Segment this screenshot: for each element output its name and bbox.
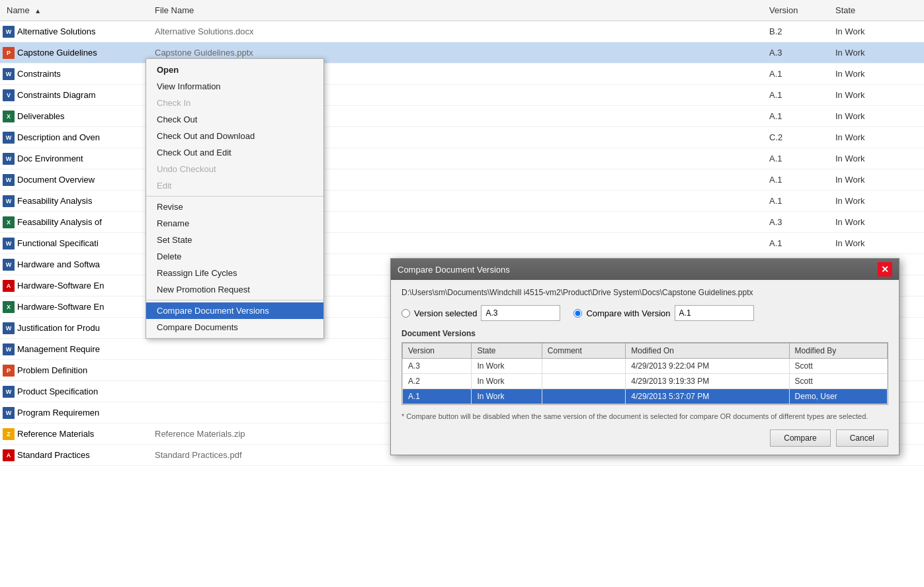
menu-item-compare-documents[interactable]: Compare Documents [146, 319, 323, 336]
row-version: A.1 [769, 154, 835, 163]
menu-item-compare-document-versions[interactable]: Compare Document Versions [146, 302, 323, 319]
file-icon-excel: X [3, 216, 15, 228]
row-version: A.1 [769, 111, 835, 121]
table-row[interactable]: W Functional Specificati A.1 In Work [0, 233, 924, 254]
compare-with-input[interactable] [675, 305, 754, 321]
table-row[interactable]: W Constraints A.1 In Work [0, 64, 924, 85]
table-header: Name ▲ File Name Version State [0, 0, 924, 21]
file-icon-word: W [3, 322, 15, 334]
dialog-buttons: Compare Cancel [401, 429, 888, 447]
row-name: W Functional Specificati [3, 238, 155, 249]
file-name: Hardware-Software En [17, 281, 105, 291]
table-row[interactable]: V Constraints Diagram A.1 In Work [0, 85, 924, 106]
dialog-close-button[interactable]: ✕ [878, 262, 892, 277]
version-cell: Demo, User [789, 389, 887, 404]
version-cell: A.3 [403, 359, 472, 374]
row-state: In Work [835, 238, 921, 248]
col-header-name[interactable]: Name ▲ [3, 5, 155, 15]
file-name: Document Overview [17, 175, 95, 185]
version-cell: In Work [472, 374, 542, 389]
file-name: Reference Materials [17, 429, 94, 439]
menu-item-revise[interactable]: Revise [146, 199, 323, 215]
col-header-filename[interactable]: File Name [155, 5, 769, 15]
table-row[interactable]: W Alternative Solutions Alternative Solu… [0, 21, 924, 42]
row-name: W Product Specification [3, 386, 155, 398]
version-selected-input[interactable] [481, 305, 560, 321]
row-name: W Constraints [3, 68, 155, 80]
menu-item-set-state[interactable]: Set State [146, 232, 323, 248]
menu-item-view-information[interactable]: View Information [146, 78, 323, 95]
row-name: X Deliverables [3, 111, 155, 122]
file-icon-pdf: A [3, 449, 15, 461]
versions-col-modified-on: Modified On [626, 343, 789, 359]
file-icon-ppt: P [3, 365, 15, 377]
row-version: A.1 [769, 175, 835, 185]
table-row[interactable]: W Description and Oven Description and O… [0, 127, 924, 148]
row-name: W Alternative Solutions [3, 26, 155, 38]
version-row[interactable]: A.1In Work4/29/2013 5:37:07 PMDemo, User [403, 389, 888, 404]
file-name: Feasability Analysis of [17, 217, 102, 227]
version-row[interactable]: A.2In Work4/29/2013 9:19:33 PMScott [403, 374, 888, 389]
table-row[interactable]: W Feasability Analysis A.1 In Work [0, 191, 924, 212]
row-version: A.1 [769, 196, 835, 206]
menu-item-reassign-life-cycles[interactable]: Reassign Life Cycles [146, 265, 323, 281]
version-cell: 4/29/2013 9:19:33 PM [626, 374, 789, 389]
file-icon-ppt: P [3, 47, 15, 59]
versions-table: VersionStateCommentModified OnModified B… [402, 343, 888, 404]
menu-item-open[interactable]: Open [146, 62, 323, 78]
row-state: In Work [835, 90, 921, 100]
file-icon-word: W [3, 259, 15, 271]
compare-with-label[interactable]: Compare with Version [586, 308, 670, 318]
menu-separator [146, 196, 323, 197]
file-name: Justification for Produ [17, 323, 100, 333]
dialog-note: * Compare button will be disabled when t… [401, 412, 888, 422]
menu-item-rename[interactable]: Rename [146, 215, 323, 232]
file-name: Constraints Diagram [17, 90, 96, 100]
compare-dialog[interactable]: Compare Document Versions ✕ D:\Users\sm\… [390, 258, 900, 455]
table-row[interactable]: W Document Overview A.1 In Work [0, 169, 924, 191]
version-cell: Scott [789, 359, 887, 374]
row-filename: Capstone Guidelines.pptx [155, 48, 769, 58]
version-cell: In Work [472, 389, 542, 404]
file-icon-word: W [3, 407, 15, 419]
file-icon-zip: Z [3, 428, 15, 440]
table-row[interactable]: X Feasability Analysis of Feasability An… [0, 212, 924, 233]
dialog-footer: * Compare button will be disabled when t… [401, 412, 888, 447]
row-name: V Constraints Diagram [3, 89, 155, 101]
row-state: In Work [835, 69, 921, 79]
version-cell [542, 359, 625, 374]
row-version: A.1 [769, 69, 835, 79]
menu-item-check-out[interactable]: Check Out [146, 111, 323, 128]
row-name: W Management Require [3, 343, 155, 355]
row-state: In Work [835, 132, 921, 142]
version-row[interactable]: A.3In Work4/29/2013 9:22:04 PMScott [403, 359, 888, 374]
menu-item-check-out-and-download[interactable]: Check Out and Download [146, 128, 323, 144]
table-row[interactable]: X Deliverables A.1 In Work [0, 106, 924, 127]
compare-with-radio[interactable] [573, 309, 582, 318]
version-cell: Scott [789, 374, 887, 389]
menu-item-delete[interactable]: Delete [146, 248, 323, 265]
file-name: Hardware and Softwa [17, 259, 100, 269]
table-row[interactable]: W Doc Environment A.1 In Work [0, 148, 924, 169]
menu-item-check-out-and-edit[interactable]: Check Out and Edit [146, 144, 323, 161]
file-icon-visio: V [3, 89, 15, 101]
compare-button[interactable]: Compare [770, 429, 830, 447]
cancel-button[interactable]: Cancel [836, 429, 888, 447]
file-icon-excel: X [3, 111, 15, 122]
dialog-version-row: Version selected Compare with Version [401, 305, 888, 321]
versions-col-comment: Comment [542, 343, 625, 359]
version-selected-radio[interactable] [401, 309, 410, 318]
row-state: In Work [835, 154, 921, 163]
col-header-version[interactable]: Version [769, 5, 835, 15]
menu-item-new-promotion-request[interactable]: New Promotion Request [146, 281, 323, 298]
sort-arrow-icon: ▲ [34, 7, 41, 15]
row-state: In Work [835, 26, 921, 36]
table-row[interactable]: P Capstone Guidelines Capstone Guideline… [0, 42, 924, 64]
row-state: In Work [835, 175, 921, 185]
col-header-state[interactable]: State [835, 5, 921, 15]
versions-scroll-area[interactable]: VersionStateCommentModified OnModified B… [401, 342, 888, 405]
version-selected-label[interactable]: Version selected [414, 308, 477, 318]
file-name: Description and Oven [17, 132, 100, 142]
file-name: Doc Environment [17, 154, 83, 163]
dialog-titlebar: Compare Document Versions ✕ [391, 259, 899, 280]
